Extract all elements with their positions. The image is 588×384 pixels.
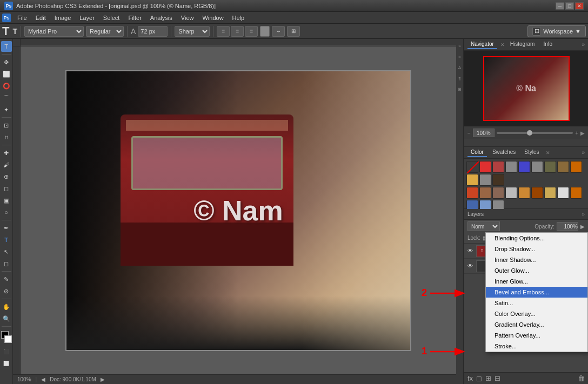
tool-quick-mask[interactable]: ⬛ (1, 346, 12, 357)
close-navigator-tab[interactable]: ✕ (500, 42, 505, 48)
tool-crop[interactable]: ⊡ (1, 120, 12, 131)
font-family-select[interactable]: Myriad Pro (24, 26, 84, 37)
layers-tab-label[interactable]: Layers (467, 211, 484, 217)
tool-marquee-ellipse[interactable]: ⭕ (1, 80, 12, 91)
menu-item-select[interactable]: Select (99, 14, 124, 22)
tab-histogram[interactable]: Histogram (507, 40, 538, 49)
tab-swatches[interactable]: Swatches (489, 148, 519, 157)
color-panel-close[interactable]: » (582, 150, 585, 156)
close-styles-tab[interactable]: ✕ (546, 150, 550, 156)
fx-menu-item-1[interactable]: Drop Shadow... (486, 244, 587, 254)
layer-visibility-0[interactable]: 👁 (466, 247, 474, 255)
layer-visibility-1[interactable]: 👁 (466, 262, 474, 270)
tool-zoom[interactable]: 🔍 (1, 313, 12, 324)
swatch-0[interactable] (466, 161, 478, 173)
fx-menu-item-3[interactable]: Outer Glow... (486, 265, 587, 276)
swatch-3[interactable] (505, 161, 517, 173)
fx-menu-item-5[interactable]: Bevel and Emboss... (486, 287, 587, 298)
swatch-11[interactable] (492, 174, 504, 186)
align-right-btn[interactable]: ≡ (245, 26, 258, 37)
tool-notes[interactable]: ✎ (1, 274, 12, 285)
tool-text-btn[interactable]: T (1, 234, 12, 245)
minimize-button[interactable]: ─ (556, 2, 564, 10)
nav-arrow-btn[interactable]: ▶ (580, 130, 585, 136)
tool-dodge[interactable]: ○ (1, 207, 12, 218)
swatch-2[interactable] (492, 161, 504, 173)
menu-item-image[interactable]: Image (50, 14, 76, 22)
blend-mode-select[interactable]: Norm Multiply Screen (467, 221, 500, 231)
swatch-19[interactable] (557, 187, 569, 199)
swatch-14[interactable] (492, 187, 504, 199)
align-left-btn[interactable]: ≡ (217, 26, 230, 37)
swatch-13[interactable] (479, 187, 491, 199)
add-mask-btn[interactable]: ◻ (476, 375, 482, 382)
fx-menu-item-4[interactable]: Inner Glow... (486, 276, 587, 287)
panel-toggle-5[interactable]: ⊞ (457, 84, 463, 95)
swatch-12[interactable] (466, 187, 478, 199)
fx-menu-item-9[interactable]: Pattern Overlay... (486, 330, 587, 341)
menu-item-file[interactable]: File (13, 14, 31, 22)
status-scroll-right[interactable]: ▶ (101, 376, 105, 382)
tab-color[interactable]: Color (467, 148, 487, 157)
nav-zoom-minus[interactable]: − (467, 130, 471, 136)
tool-screen-mode[interactable]: ⬜ (1, 358, 12, 369)
tool-text[interactable]: T (1, 41, 12, 52)
fx-menu-item-6[interactable]: Satin... (486, 298, 587, 308)
fx-menu-item-10[interactable]: Stroke... (486, 341, 587, 352)
tool-gradient[interactable]: ▣ (1, 195, 12, 206)
swatch-17[interactable] (531, 187, 543, 199)
tool-lasso[interactable]: ⌒ (1, 92, 12, 103)
menu-item-analysis[interactable]: Analysis (146, 14, 177, 22)
panel-toggle-3[interactable]: A (457, 63, 463, 73)
anti-alias-select[interactable]: Sharp (175, 26, 210, 37)
tool-stamp[interactable]: ⊕ (1, 171, 12, 182)
tab-info[interactable]: Info (540, 40, 556, 49)
tab-styles[interactable]: Styles (521, 148, 542, 157)
swatch-20[interactable] (570, 187, 582, 199)
tool-slice[interactable]: ⌗ (1, 132, 12, 143)
layers-panel-close[interactable]: » (582, 211, 585, 217)
opacity-input[interactable] (557, 222, 578, 231)
tool-pen[interactable]: ✒ (1, 223, 12, 233)
swatch-15[interactable] (505, 187, 517, 199)
panel-toggle-navigator[interactable]: » (457, 41, 463, 52)
tool-magic-wand[interactable]: ✦ (1, 104, 12, 115)
fx-menu-item-8[interactable]: Gradient Overlay... (486, 319, 587, 330)
tool-brush[interactable]: 🖌 (1, 159, 12, 170)
swatch-9[interactable] (466, 174, 478, 186)
opacity-arrow[interactable]: ▶ (580, 224, 585, 230)
font-style-select[interactable]: Regular (86, 26, 124, 37)
swatch-5[interactable] (531, 161, 543, 173)
panel-toggle-4[interactable]: ¶ (457, 73, 463, 84)
tool-healing[interactable]: ✚ (1, 147, 12, 158)
tool-shape[interactable]: ◻ (1, 258, 12, 269)
swatch-16[interactable] (518, 187, 530, 199)
tool-eyedropper[interactable]: ⊘ (1, 286, 12, 297)
menu-item-view[interactable]: View (177, 14, 198, 22)
new-layer-btn[interactable]: ⊟ (495, 375, 500, 382)
fx-menu-item-7[interactable]: Color Overlay... (486, 308, 587, 319)
menu-item-layer[interactable]: Layer (75, 14, 99, 22)
menu-item-window[interactable]: Window (198, 14, 228, 22)
navigator-panel-close[interactable]: » (582, 42, 585, 48)
tool-marquee-rect[interactable]: ⬜ (1, 69, 12, 79)
nav-zoom-plus[interactable]: + (575, 130, 578, 136)
font-size-input[interactable] (138, 26, 168, 37)
nav-zoom-slider[interactable] (497, 132, 573, 134)
delete-layer-btn[interactable]: 🗑 (578, 375, 585, 382)
align-center-btn[interactable]: ≡ (231, 26, 244, 37)
swatch-18[interactable] (544, 187, 556, 199)
menu-item-filter[interactable]: Filter (124, 14, 145, 22)
options-more-btn[interactable]: ⊞ (287, 26, 300, 37)
tool-move[interactable]: ✥ (1, 57, 12, 68)
swatch-10[interactable] (479, 174, 491, 186)
status-scroll-left[interactable]: ◀ (41, 376, 45, 382)
swatch-1[interactable] (479, 161, 491, 173)
maximize-button[interactable]: □ (565, 2, 574, 10)
swatch-7[interactable] (557, 161, 569, 173)
menu-item-edit[interactable]: Edit (31, 14, 50, 22)
nav-zoom-input[interactable] (473, 129, 495, 137)
fx-menu-item-0[interactable]: Blending Options... (486, 233, 587, 244)
add-style-btn[interactable]: fx (467, 375, 473, 382)
close-button[interactable]: ✕ (575, 2, 584, 10)
